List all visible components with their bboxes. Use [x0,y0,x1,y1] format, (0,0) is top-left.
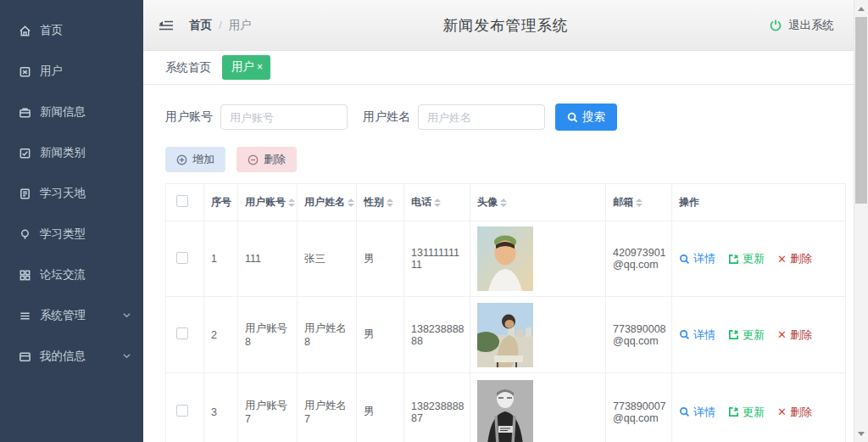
account-input[interactable] [220,104,348,130]
x-icon: ✕ [777,253,787,266]
cell-name: 用户姓名8 [298,297,357,373]
sort-icon[interactable] [348,199,354,207]
sidebar-item-study-type[interactable]: 学习类型 [0,214,143,255]
magnifier-icon [679,406,690,417]
page-title: 新闻发布管理系统 [443,15,569,36]
table-row: 1 111 张三 男 13111111111 [166,221,846,297]
cell-phone: 13111111111 [404,221,470,297]
cell-index: 2 [204,297,238,373]
add-button[interactable]: 增加 [165,147,225,172]
home-icon [19,25,31,37]
cell-email: 773890007@qq.com [606,373,672,442]
magnifier-icon [679,254,690,265]
col-email: 邮箱 [606,184,672,221]
news-icon [19,106,31,119]
sort-icon[interactable] [500,199,507,207]
cell-name: 用户姓名7 [298,373,357,442]
sidebar-item-study-world[interactable]: 学习天地 [0,173,143,214]
logout-label: 退出系统 [788,18,834,33]
sidebar-item-users[interactable]: 用户 [0,51,143,92]
sidebar-item-home[interactable]: 首页 [0,10,143,51]
top-header-bar: 首页 / 用户 新闻发布管理系统 退出系统 [143,0,868,51]
avatar [477,303,533,367]
cell-gender: 男 [357,221,404,297]
content-area: 用户账号 用户姓名 搜索 增加 删除 [143,104,868,442]
row-checkbox[interactable] [176,327,188,339]
news-category-icon [19,147,31,159]
edit-icon [728,406,739,417]
cell-name: 张三 [298,221,357,297]
sort-icon[interactable] [387,199,393,207]
logout-button[interactable]: 退出系统 [769,18,834,33]
sidebar-item-label: 新闻类别 [40,145,86,160]
tab-users[interactable]: 用户 × [222,55,270,80]
profile-icon [19,350,31,363]
row-checkbox[interactable] [176,405,188,417]
col-account: 用户账号 [238,184,298,221]
search-button[interactable]: 搜索 [555,104,617,131]
detail-link[interactable]: 详情 [679,327,715,343]
cell-avatar [470,297,606,373]
cell-index: 3 [204,373,238,442]
scroll-down-arrow[interactable] [854,427,868,440]
collapse-sidebar-icon[interactable] [157,16,175,35]
avatar [477,380,533,442]
chevron-down-icon [122,310,131,322]
cell-actions: 详情 更新 ✕删除 [672,221,846,297]
bulb-icon [19,228,31,241]
sidebar-item-news-info[interactable]: 新闻信息 [0,92,143,132]
system-icon [19,310,31,322]
cell-gender: 男 [357,297,404,373]
sort-icon[interactable] [288,199,295,207]
detail-link[interactable]: 详情 [679,405,715,420]
sidebar-item-label: 学习类型 [40,227,86,242]
study-icon [19,187,31,200]
sidebar-item-my-info[interactable]: 我的信息 [0,336,143,377]
update-link[interactable]: 更新 [728,251,765,266]
name-input[interactable] [418,104,545,130]
sort-icon[interactable] [434,199,441,207]
sidebar-item-label: 论坛交流 [40,267,86,283]
sidebar-item-news-category[interactable]: 新闻类别 [0,132,143,173]
col-name: 用户姓名 [298,184,357,221]
cell-email: 773890008@qq.com [606,297,672,373]
close-icon[interactable]: × [257,61,263,73]
row-checkbox[interactable] [176,252,188,264]
delete-link[interactable]: ✕删除 [777,327,812,343]
cell-avatar [470,373,606,442]
delete-button[interactable]: 删除 [236,147,297,172]
col-phone: 电话 [404,184,470,221]
power-icon [769,19,782,32]
cell-index: 1 [204,221,238,297]
scrollbar-thumb[interactable] [855,17,867,204]
sidebar-item-label: 我的信息 [40,349,86,364]
breadcrumb-home[interactable]: 首页 [189,18,212,33]
breadcrumb: 首页 / 用户 [189,18,252,33]
select-all-checkbox[interactable] [176,195,188,207]
sort-icon[interactable] [636,199,643,207]
cell-gender: 男 [357,373,404,442]
tab-system-home[interactable]: 系统首页 [165,60,211,76]
update-link[interactable]: 更新 [728,405,765,420]
cell-email: 420973901@qq.com [606,221,672,297]
x-icon: ✕ [777,328,787,341]
delete-link[interactable]: ✕删除 [777,251,812,266]
cell-avatar [470,221,606,297]
sidebar-item-label: 学习天地 [40,186,86,201]
sidebar-item-system-manage[interactable]: 系统管理 [0,295,143,336]
col-actions: 操作 [672,184,846,221]
sidebar-item-forum[interactable]: 论坛交流 [0,255,143,295]
cell-phone: 13823888887 [404,373,470,442]
col-index: 序号 [204,184,238,221]
detail-link[interactable]: 详情 [679,251,715,266]
delete-link[interactable]: ✕删除 [777,405,812,420]
table-row: 3 用户账号7 用户姓名7 男 13823888887 [166,373,846,442]
edit-icon [728,329,739,340]
cell-account: 用户账号7 [238,373,298,442]
name-label: 用户姓名 [363,109,410,125]
update-link[interactable]: 更新 [728,327,765,343]
search-icon [567,112,578,123]
scroll-up-arrow[interactable] [854,2,868,15]
table-header-row: 序号 用户账号 用户姓名 性别 电话 头像 邮箱 操作 [166,184,846,221]
chevron-down-icon [122,350,131,363]
